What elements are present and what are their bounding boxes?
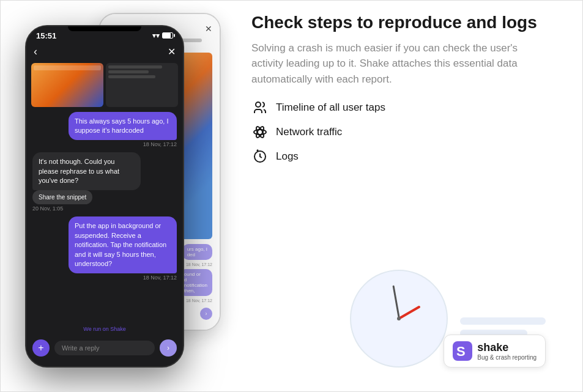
feature-item-0: Timeline of all user taps [251, 99, 558, 116]
feature-label-1: Network traffic [276, 126, 342, 138]
reply-input[interactable]: Write a reply [54, 341, 155, 355]
shake-name: shake [477, 341, 537, 354]
message-group-3: Put the app in background or suspended. … [32, 216, 177, 281]
secondary-bubble-sent-1: urs ago, I ded [182, 244, 212, 260]
shake-tagline: Bug & crash reporting [477, 354, 537, 361]
message-group-2: It's not though. Could you please rephra… [32, 152, 177, 212]
logs-icon [251, 148, 269, 165]
wifi-icon: ▾▾ [152, 32, 160, 40]
clock-container [350, 270, 448, 368]
main-title: Check steps to reproduce and logs [251, 12, 558, 33]
battery-icon [162, 32, 173, 39]
main-subtitle: Solving a crash is much easier if you ca… [251, 40, 521, 87]
message-time-3: 18 Nov, 17:12 [32, 275, 177, 281]
content-section: Check steps to reproduce and logs Solvin… [245, 12, 558, 165]
shake-badge: We run on Shake [26, 326, 183, 335]
message-sent-2: Put the app in background or suspended. … [69, 216, 177, 273]
svg-point-1 [254, 130, 266, 135]
feature-label-0: Timeline of all user taps [276, 102, 385, 114]
battery-fill [163, 33, 171, 38]
message-action[interactable]: Share the snippet [32, 190, 92, 204]
users-icon [251, 99, 269, 116]
secondary-close[interactable]: ✕ [205, 24, 212, 34]
thumbnail-1 [31, 63, 103, 107]
thumbnail-2 [106, 63, 178, 107]
back-button[interactable]: ‹ [34, 45, 37, 58]
message-received-1: It's not though. Could you please rephra… [32, 152, 141, 190]
status-time: 15:51 [36, 31, 56, 40]
phone-screen: 15:51 ▾▾ ‹ ✕ [26, 26, 183, 366]
send-button[interactable]: › [160, 339, 177, 357]
phone-primary: 15:51 ▾▾ ‹ ✕ [25, 25, 184, 368]
svg-point-0 [256, 102, 261, 107]
status-bar: 15:51 ▾▾ [26, 26, 183, 43]
clock-minute-hand [392, 286, 400, 319]
shake-logo: S shake Bug & crash reporting [444, 335, 546, 368]
bottom-bar: + Write a reply › [26, 335, 183, 366]
shake-logo-text: shake Bug & crash reporting [477, 341, 537, 361]
network-icon [251, 124, 269, 141]
clock-center [397, 317, 401, 320]
close-button[interactable]: ✕ [168, 46, 176, 57]
feature-label-2: Logs [276, 150, 299, 163]
clock-hour-hand [398, 305, 421, 319]
main-container: 15:51 ▾▾ ‹ ✕ [1, 0, 582, 392]
phone-section: 15:51 ▾▾ ‹ ✕ [25, 13, 221, 380]
feature-item-2: Logs [251, 148, 558, 165]
message-time-2: 20 Nov, 1:05 [32, 205, 177, 212]
clock-illustration [350, 270, 448, 368]
shake-s-icon: S [453, 341, 472, 361]
add-button[interactable]: + [32, 339, 50, 357]
chat-area: This always says 5 hours ago, I suppose … [26, 112, 183, 326]
message-sent-1: This always says 5 hours ago, I suppose … [69, 112, 177, 141]
thumbnails-area [26, 63, 183, 112]
features-list: Timeline of all user taps Network traffi… [251, 99, 558, 165]
feature-item-1: Network traffic [251, 124, 558, 141]
status-icons: ▾▾ [152, 32, 173, 40]
secondary-send-button[interactable]: › [200, 308, 212, 320]
nav-bar: ‹ ✕ [26, 43, 183, 63]
svg-text:S: S [456, 344, 466, 359]
message-time-1: 18 Nov, 17:12 [32, 141, 177, 147]
right-section: Check steps to reproduce and logs Solvin… [245, 12, 558, 380]
message-group-1: This always says 5 hours ago, I suppose … [32, 112, 177, 148]
content-bar-1 [460, 317, 546, 325]
